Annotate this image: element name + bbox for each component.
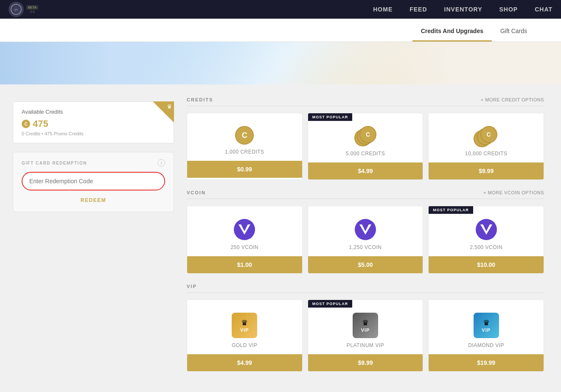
credits-title: Available Credits [22, 109, 165, 115]
redemption-input-wrapper [22, 172, 165, 190]
vip-label-gold: GOLD VIP [192, 342, 297, 348]
credits-price-btn-10000[interactable]: $9.99 [429, 162, 544, 179]
vip-cards-grid: ♛ VIP GOLD VIP $4.99 MOST POPULAR ♛ VIP … [187, 300, 544, 372]
vcoin-price-btn-2500[interactable]: $10.00 [429, 256, 544, 273]
left-panel: Available Credits C 475 0 Credits • 475 … [0, 93, 187, 386]
vip-section: VIP ♛ VIP GOLD VIP $4.99 MOST POPULAR ♛ [187, 284, 544, 372]
nav-feed[interactable]: FEED [410, 6, 427, 13]
vcoin-price-btn-250[interactable]: $1.00 [187, 256, 302, 273]
credits-amount-row: C 475 [22, 118, 165, 129]
coin-stack-double: C C C [354, 126, 376, 146]
diamond-crown-icon: ♛ [483, 318, 490, 328]
vcoin-card-250: 250 VCOIN $1.00 [187, 206, 303, 274]
most-popular-badge-credits: MOST POPULAR [308, 113, 353, 121]
credits-price-btn-5000[interactable]: $4.99 [308, 162, 423, 179]
crown-icon: ♛ [167, 103, 172, 110]
crown-badge: ♛ [153, 101, 174, 123]
vcoin-label-2500: 2,500 VCOIN [434, 244, 539, 250]
gift-card-section: GIFT CARD REDEMPTION i REDEEM [13, 152, 174, 212]
vcoin-card-1250: 1,250 VCOIN $5.00 [308, 206, 424, 274]
gold-vip-icon: ♛ VIP [232, 313, 257, 338]
vcoin-price-btn-1250[interactable]: $5.00 [308, 256, 423, 273]
subnav: Credits And Upgrades Gift Cards [0, 19, 561, 42]
vip-section-header: VIP [187, 284, 544, 293]
logo-inner: yo [11, 4, 22, 15]
credits-section-title: CREDITS [187, 97, 213, 102]
info-icon[interactable]: i [157, 159, 165, 167]
platinum-vip-icon: ♛ VIP [353, 313, 378, 338]
platinum-vip-text: VIP [361, 328, 370, 333]
credits-label-10000: 10,000 CREDITS [434, 151, 539, 157]
svg-marker-1 [359, 224, 371, 235]
credits-section-header: CREDITS + MORE CREDIT OPTIONS [187, 97, 544, 106]
credits-box: Available Credits C 475 0 Credits • 475 … [13, 101, 174, 143]
credits-coin-icon: C [22, 120, 30, 128]
vcoin-v-svg-2 [359, 224, 371, 235]
beta-badge: BETA 2.0 [26, 5, 38, 14]
nav-shop[interactable]: SHOP [499, 6, 518, 13]
more-vcoin-link[interactable]: + MORE VCOIN OPTIONS [483, 190, 544, 195]
coin-symbol: C [24, 122, 27, 126]
vcoin-icon-2500 [476, 219, 497, 240]
logo-icon: yo [8, 2, 24, 17]
right-panel: CREDITS + MORE CREDIT OPTIONS C 1,000 CR… [187, 93, 544, 386]
credits-number: 475 [33, 118, 48, 129]
vip-section-title: VIP [187, 284, 197, 289]
vcoin-label-250: 250 VCOIN [192, 244, 297, 250]
credits-card-10000: C C C 10,000 CREDITS $9.99 [428, 113, 544, 180]
logo-text: yo [14, 8, 18, 11]
coin-c-label: C [242, 131, 247, 140]
gold-vip-text: VIP [240, 328, 249, 333]
svg-marker-2 [480, 224, 492, 235]
vip-label-diamond: DIAMOND VIP [434, 342, 539, 348]
vip-card-gold: ♛ VIP GOLD VIP $4.99 [187, 300, 303, 372]
version-text: 2.0 [30, 10, 35, 14]
most-popular-badge-vip: MOST POPULAR [308, 300, 353, 308]
coin-front: C [359, 126, 376, 143]
nav-chat[interactable]: CHAT [535, 6, 553, 13]
vip-card-diamond: ♛ VIP DIAMOND VIP $19.99 [428, 300, 544, 372]
credits-box-wrapper: Available Credits C 475 0 Credits • 475 … [13, 101, 174, 143]
hero-banner [0, 42, 561, 84]
credits-label-5000: 5,000 CREDITS [313, 151, 418, 157]
credits-price-btn-1000[interactable]: $0.99 [187, 161, 302, 178]
coin-t-front: C [480, 126, 497, 143]
coin-icon-single: C [192, 126, 297, 145]
vip-label-platinum: PLATINUM VIP [313, 342, 418, 348]
tab-gift-cards[interactable]: Gift Cards [492, 22, 536, 42]
vcoin-icon-1250 [355, 219, 376, 240]
vip-card-platinum: MOST POPULAR ♛ VIP PLATINUM VIP $9.99 [308, 300, 424, 372]
platinum-crown-icon: ♛ [362, 318, 369, 328]
more-credits-link[interactable]: + MORE CREDIT OPTIONS [481, 97, 544, 102]
svg-marker-0 [238, 224, 250, 235]
vcoin-icon-250 [234, 219, 255, 240]
vip-price-btn-diamond[interactable]: $19.99 [429, 354, 544, 371]
credits-label-1000: 1,000 CREDITS [192, 149, 297, 155]
tab-credits-upgrades[interactable]: Credits And Upgrades [412, 22, 492, 42]
nav-inventory[interactable]: INVENTORY [444, 6, 482, 13]
vcoin-v-svg-3 [480, 224, 492, 235]
navbar: yo BETA 2.0 HOME FEED INVENTORY SHOP CHA… [0, 0, 561, 19]
nav-home[interactable]: HOME [373, 6, 393, 13]
vcoin-label-1250: 1,250 VCOIN [313, 244, 418, 250]
gold-crown-icon: ♛ [241, 318, 248, 328]
credits-card-5000: MOST POPULAR C C C 5,000 CREDITS $4.99 [308, 113, 424, 180]
credits-card-1000: C 1,000 CREDITS $0.99 [187, 113, 303, 180]
redeem-button[interactable]: REDEEM [22, 196, 165, 205]
vip-price-btn-gold[interactable]: $4.99 [187, 354, 302, 371]
vcoin-cards-grid: 250 VCOIN $1.00 1,250 VCOIN $5.00 MOST P… [187, 206, 544, 274]
vip-price-btn-platinum[interactable]: $9.99 [308, 354, 423, 371]
credits-cards-grid: C 1,000 CREDITS $0.99 MOST POPULAR C C C [187, 113, 544, 180]
vcoin-section: VCOIN + MORE VCOIN OPTIONS 250 VCOIN $1.… [187, 190, 544, 274]
vcoin-section-header: VCOIN + MORE VCOIN OPTIONS [187, 190, 544, 199]
redemption-input[interactable] [22, 172, 165, 190]
diamond-vip-text: VIP [482, 328, 491, 333]
beta-label: BETA [26, 5, 38, 10]
coin-single-icon: C [235, 126, 254, 145]
vcoin-card-2500: MOST POPULAR 2,500 VCOIN $10.00 [428, 206, 544, 274]
most-popular-badge-vcoin: MOST POPULAR [429, 206, 473, 214]
main-content: Available Credits C 475 0 Credits • 475 … [0, 84, 561, 392]
vcoin-v-svg [238, 224, 250, 235]
hero-overlay [0, 42, 561, 84]
nav-links: HOME FEED INVENTORY SHOP CHAT [373, 6, 553, 13]
